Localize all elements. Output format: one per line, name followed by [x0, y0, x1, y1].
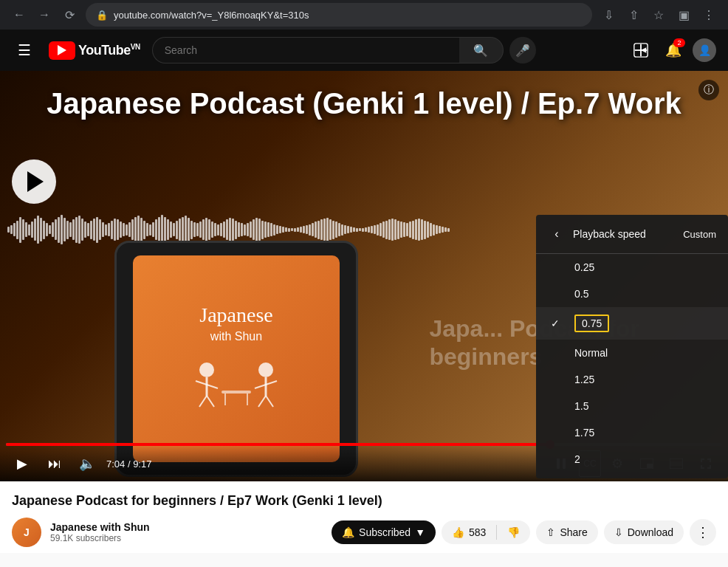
channel-name: Japanese with Shun [50, 521, 323, 533]
download-icon: ⇩ [614, 526, 623, 538]
video-info-section: Japanese Podcast for beginners / Ep7 Wor… [0, 481, 728, 553]
back-button[interactable]: ← [9, 4, 30, 25]
svg-line-18 [266, 396, 273, 407]
svg-rect-10 [222, 391, 251, 394]
speed-value: 0.25 [574, 261, 594, 273]
browser-actions: ⇩ ⇧ ☆ ▣ ⋮ [598, 4, 719, 25]
forward-button[interactable]: → [34, 4, 55, 25]
speed-value: 1.25 [574, 374, 594, 385]
phone-inner: Japanese with Shun [133, 255, 340, 462]
lock-icon: 🔒 [96, 10, 108, 21]
dislike-button[interactable]: 👎 [497, 520, 530, 544]
share-page-button[interactable]: ⇧ [623, 4, 644, 25]
speed-value: 1.75 [574, 427, 594, 439]
video-page-title: Japanese Podcast for beginners / Ep7 Wor… [12, 493, 716, 509]
search-button[interactable]: 🔍 [459, 37, 504, 63]
svg-line-7 [207, 385, 218, 388]
video-overlay-title: Japanese Podcast (Genki 1 level) / Ep.7 … [0, 86, 728, 121]
svg-line-9 [207, 396, 214, 407]
svg-line-8 [199, 396, 207, 407]
playback-option-1.25[interactable]: 1.25 [536, 366, 728, 393]
info-badge[interactable]: ⓘ [698, 80, 719, 100]
url-text: youtube.com/watch?v=_Y8l6moaqKY&t=310s [114, 10, 582, 21]
channel-avatar[interactable]: J [12, 518, 41, 547]
phone-mockup: Japanese with Shun [114, 241, 358, 477]
playback-menu-header: ‹ Playback speed Custom [536, 215, 728, 254]
playback-option-0.5[interactable]: 0.5 [536, 281, 728, 307]
youtube-header: ☰ YouTubeVN 🔍 🎤 🔔 2 👤 [0, 30, 728, 71]
search-bar: 🔍 🎤 [152, 37, 536, 63]
time-display: 7:04 / 9:17 [106, 458, 151, 470]
svg-point-4 [199, 362, 214, 377]
download-page-button[interactable]: ⇩ [598, 4, 619, 25]
more-actions-button[interactable]: ⋮ [690, 519, 716, 546]
browser-chrome: ← → ⟳ 🔒 youtube.com/watch?v=_Y8l6moaqKY&… [0, 0, 728, 30]
search-input[interactable] [152, 37, 459, 63]
download-button[interactable]: ⇩ Download [604, 520, 684, 544]
play-triangle-icon [27, 171, 44, 192]
chevron-down-icon: ▼ [415, 526, 425, 538]
nav-buttons: ← → ⟳ [9, 4, 80, 25]
share-button[interactable]: ⇧ Share [536, 520, 597, 544]
channel-subscribers: 59.1K subscribers [50, 533, 323, 543]
share-icon: ⇧ [546, 526, 555, 538]
playback-option-normal[interactable]: Normal [536, 340, 728, 366]
channel-info: Japanese with Shun 59.1K subscribers [50, 521, 323, 543]
browser-menu-button[interactable]: ⋮ [698, 4, 719, 25]
volume-button[interactable]: 🔈 [74, 450, 100, 477]
speed-value: 1.5 [574, 400, 588, 412]
split-view-button[interactable]: ▣ [673, 4, 694, 25]
header-actions: 🔔 2 👤 [628, 37, 716, 63]
thumbs-down-icon: 👎 [507, 526, 520, 538]
notification-count: 2 [673, 38, 685, 47]
svg-line-16 [266, 381, 277, 385]
youtube-logo[interactable]: YouTubeVN [49, 41, 140, 60]
video-player[interactable]: Japanese Podcast (Genki 1 level) / Ep.7 … [0, 71, 728, 481]
youtube-play-icon [58, 45, 66, 55]
phone-title: Japanese [199, 303, 273, 327]
action-buttons: 🔔 Subscribed ▼ 👍 583 👎 ⇧ Share ⇩ [332, 519, 716, 546]
speed-value: Normal [574, 347, 608, 359]
selected-speed-value: 0.75 [574, 315, 609, 332]
voice-search-button[interactable]: 🎤 [509, 37, 536, 63]
like-button[interactable]: 👍 583 [442, 520, 496, 544]
playback-option-1.5[interactable]: 1.5 [536, 393, 728, 419]
like-dislike-container: 👍 583 👎 [442, 520, 530, 544]
svg-line-15 [255, 385, 266, 388]
address-bar[interactable]: 🔒 youtube.com/watch?v=_Y8l6moaqKY&t=310s [86, 3, 592, 27]
subscribe-button[interactable]: 🔔 Subscribed ▼ [332, 520, 436, 544]
svg-line-6 [196, 381, 207, 385]
play-pause-button[interactable]: ▶ [9, 450, 35, 477]
youtube-logo-icon [49, 41, 75, 60]
phone-illustration [181, 355, 292, 414]
notifications-button[interactable]: 🔔 2 [660, 37, 687, 63]
playback-options-list: 0.250.5✓0.75Normal1.251.51.752 [536, 254, 728, 472]
hamburger-menu-button[interactable]: ☰ [12, 35, 37, 65]
bell-small-icon: 🔔 [342, 526, 354, 538]
user-avatar[interactable]: 👤 [693, 38, 716, 62]
thumbs-up-icon: 👍 [452, 526, 464, 538]
svg-marker-2 [641, 47, 646, 52]
playback-option-0.75[interactable]: ✓0.75 [536, 307, 728, 340]
checkmark-icon: ✓ [551, 317, 566, 329]
refresh-button[interactable]: ⟳ [59, 4, 80, 25]
playback-custom-link[interactable]: Custom [683, 229, 716, 240]
channel-row: J Japanese with Shun 59.1K subscribers 🔔… [12, 518, 716, 547]
youtube-logo-text: YouTubeVN [78, 43, 140, 58]
phone-subtitle: with Shun [210, 330, 262, 343]
play-button-overlay[interactable] [12, 159, 56, 204]
bookmark-button[interactable]: ☆ [648, 4, 669, 25]
playback-speed-menu: ‹ Playback speed Custom 0.250.5✓0.75Norm… [536, 215, 728, 478]
speed-value: 0.5 [574, 288, 588, 300]
svg-point-13 [258, 362, 273, 377]
create-button[interactable] [628, 37, 654, 63]
svg-line-17 [258, 396, 266, 407]
playback-menu-title: Playback speed [573, 228, 676, 240]
playback-option-1.75[interactable]: 1.75 [536, 419, 728, 446]
speed-value: 2 [574, 453, 580, 465]
playback-option-0.25[interactable]: 0.25 [536, 254, 728, 281]
playback-back-button[interactable]: ‹ [548, 225, 566, 243]
next-button[interactable]: ⏭ [41, 450, 68, 477]
playback-option-2[interactable]: 2 [536, 446, 728, 472]
